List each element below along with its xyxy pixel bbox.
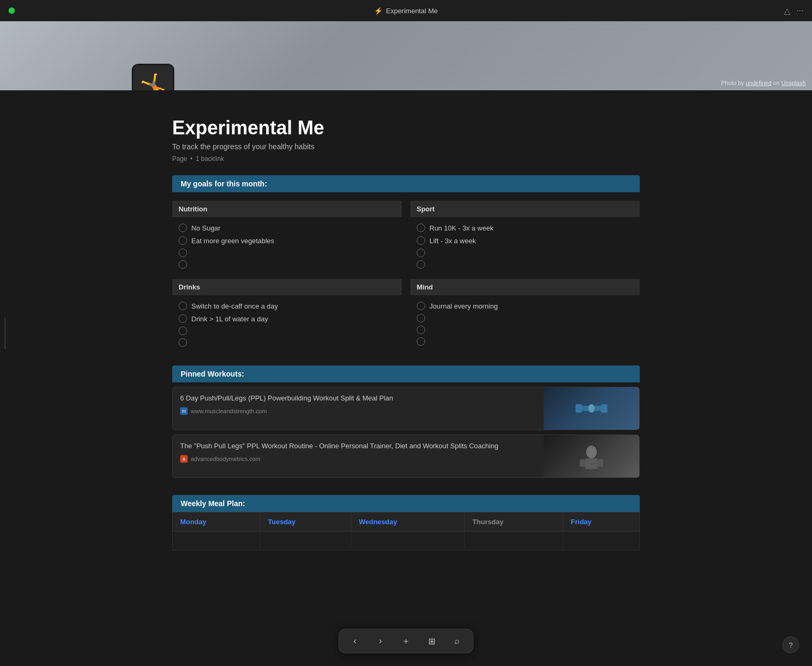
cell-mon-1[interactable] — [173, 532, 260, 551]
workout-card-2[interactable]: The "Push Pull Legs" PPL Workout Routine… — [172, 434, 640, 478]
svg-rect-5 — [585, 458, 598, 469]
goal-card-drinks: Drinks Switch to de-caff once a day Drin… — [172, 279, 402, 348]
page-icon[interactable]: 🤸 — [132, 64, 174, 90]
radio-empty-5[interactable] — [179, 327, 187, 335]
cell-wed-1[interactable] — [351, 532, 465, 551]
pinned-header: Pinned Workouts: — [172, 365, 640, 382]
cell-tue-1[interactable] — [260, 532, 351, 551]
page-icon-small: ⚡ — [374, 7, 383, 15]
main-content: 🤸 Photo by undefined on Unsplash Experim… — [0, 21, 812, 593]
goal-item-empty — [410, 247, 640, 259]
svg-rect-1 — [576, 404, 582, 413]
goals-section: My goals for this month: Nutrition No Su… — [172, 175, 640, 348]
goal-item: Switch to de-caff once a day — [172, 300, 402, 312]
page-title: Experimental Me — [172, 117, 640, 139]
cell-thu-1[interactable] — [464, 532, 563, 551]
workout-card-1[interactable]: 6 Day Push/Pull/Legs (PPL) Powerbuilding… — [172, 387, 640, 430]
radio-journal[interactable] — [417, 302, 425, 310]
radio-empty-7[interactable] — [417, 314, 425, 322]
titlebar-actions: △ ··· — [784, 6, 803, 16]
page-backlinks[interactable]: 1 backlink — [196, 155, 224, 163]
col-tuesday: Tuesday — [260, 513, 351, 532]
goal-card-nutrition: Nutrition No Sugar Eat more green vegeta… — [172, 201, 402, 270]
radio-empty-3[interactable] — [417, 249, 425, 257]
forward-button[interactable]: › — [373, 634, 388, 648]
workout-content-2: The "Push Pull Legs" PPL Workout Routine… — [173, 435, 544, 477]
sidebar-scroll-handle — [4, 317, 6, 349]
page-type: Page — [172, 155, 187, 163]
goal-item: Drink > 1L of water a day — [172, 312, 402, 325]
sport-header: Sport — [410, 201, 640, 217]
workout-title-2: The "Push Pull Legs" PPL Workout Routine… — [180, 441, 536, 451]
page-subtitle: To track the progress of your healthy ha… — [172, 142, 640, 151]
meal-table: Monday Tuesday Wednesday Thursday Friday — [172, 512, 640, 551]
photo-credit-platform[interactable]: Unsplash — [781, 80, 806, 86]
goal-item: Journal every morning — [410, 300, 640, 312]
radio-empty-1[interactable] — [179, 249, 187, 257]
goal-item-empty — [410, 324, 640, 336]
workout-thumbnail-2 — [544, 435, 639, 477]
goal-item-empty — [410, 259, 640, 270]
search-button[interactable]: ⌕ — [450, 634, 464, 648]
radio-empty-8[interactable] — [417, 326, 425, 334]
radio-empty-2[interactable] — [179, 260, 187, 269]
photo-credit: Photo by undefined on Unsplash — [721, 80, 806, 86]
radio-greens[interactable] — [179, 236, 187, 245]
add-button[interactable]: ＋ — [399, 634, 413, 648]
goal-item-empty — [172, 259, 402, 270]
notification-icon[interactable]: △ — [784, 6, 790, 16]
radio-empty-4[interactable] — [417, 260, 425, 269]
titlebar: ⚡ Experimental Me △ ··· — [0, 0, 812, 21]
radio-run[interactable] — [417, 224, 425, 232]
goal-item-empty — [172, 247, 402, 259]
help-button[interactable]: ? — [782, 636, 799, 653]
traffic-light-green[interactable] — [9, 7, 15, 14]
cell-fri-1[interactable] — [563, 532, 640, 551]
svg-rect-7 — [598, 459, 603, 467]
goal-item-empty — [410, 336, 640, 347]
radio-lift[interactable] — [417, 236, 425, 245]
svg-rect-2 — [601, 404, 607, 413]
favicon-2: a — [180, 455, 188, 463]
more-options-icon[interactable]: ··· — [797, 6, 803, 15]
pinned-section: Pinned Workouts: 6 Day Push/Pull/Legs (P… — [172, 365, 640, 478]
goal-item-empty — [172, 325, 402, 337]
page-banner: 🤸 Photo by undefined on Unsplash — [0, 21, 812, 90]
workout-domain-2: a advancedbodymetrics.com — [180, 455, 536, 463]
bottom-toolbar: ‹ › ＋ ⊞ ⌕ — [339, 629, 473, 653]
goal-item-empty — [172, 337, 402, 348]
workout-content-1: 6 Day Push/Pull/Legs (PPL) Powerbuilding… — [173, 387, 544, 430]
radio-no-sugar[interactable] — [179, 224, 187, 232]
col-monday: Monday — [173, 513, 260, 532]
goal-item: No Sugar — [172, 221, 402, 234]
workout-title-1: 6 Day Push/Pull/Legs (PPL) Powerbuilding… — [180, 394, 536, 403]
back-button[interactable]: ‹ — [348, 634, 362, 648]
titlebar-controls — [9, 7, 15, 14]
favicon-1: m — [180, 407, 188, 415]
goal-item: Eat more green vegetables — [172, 234, 402, 247]
page-body: Experimental Me To track the progress of… — [151, 117, 661, 551]
svg-point-4 — [586, 446, 597, 458]
photo-credit-author[interactable]: undefined — [746, 80, 771, 86]
nutrition-header: Nutrition — [172, 201, 402, 217]
mind-header: Mind — [410, 279, 640, 295]
meal-section: Weekly Meal Plan: Monday Tuesday Wednesd… — [172, 495, 640, 551]
grid-button[interactable]: ⊞ — [424, 634, 439, 648]
radio-empty-6[interactable] — [179, 338, 187, 347]
goals-header: My goals for this month: — [172, 175, 640, 192]
page-meta: Page • 1 backlink — [172, 155, 640, 163]
svg-point-3 — [588, 404, 595, 413]
goal-card-mind: Mind Journal every morning — [410, 279, 640, 348]
page-meta-dot: • — [190, 155, 192, 163]
goal-card-sport: Sport Run 10K - 3x a week Lift - 3x a we… — [410, 201, 640, 270]
goal-item-empty — [410, 312, 640, 324]
table-header-row: Monday Tuesday Wednesday Thursday Friday — [173, 513, 640, 532]
workout-thumbnail-1 — [544, 387, 639, 430]
drinks-header: Drinks — [172, 279, 402, 295]
radio-empty-9[interactable] — [417, 337, 425, 346]
radio-water[interactable] — [179, 314, 187, 323]
goal-item: Lift - 3x a week — [410, 234, 640, 247]
radio-decaff[interactable] — [179, 302, 187, 310]
table-row — [173, 532, 640, 551]
titlebar-title-area: ⚡ Experimental Me — [374, 7, 438, 15]
